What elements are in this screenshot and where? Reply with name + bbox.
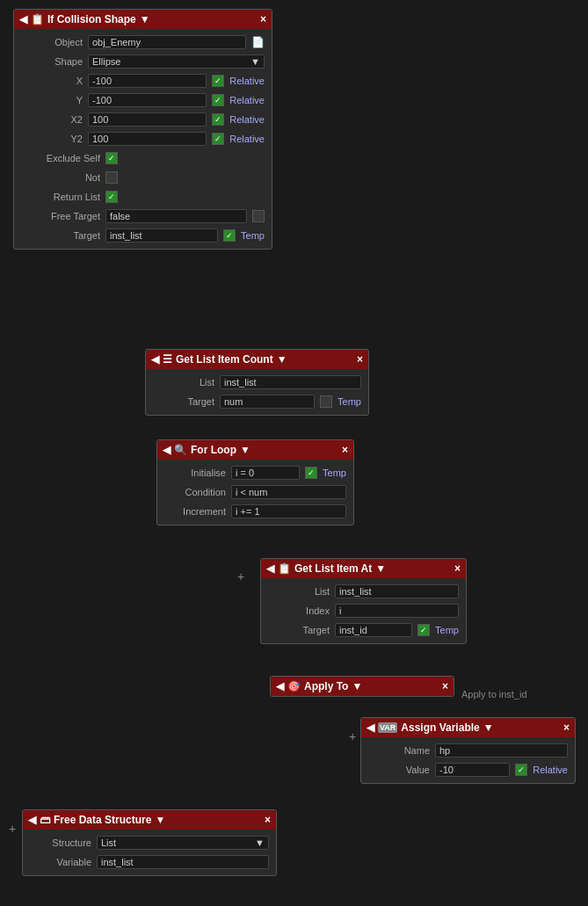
free-target-value[interactable]: false bbox=[105, 209, 247, 223]
free-target-row: Free Target false bbox=[14, 207, 272, 226]
collapse-arrow-icon6[interactable]: ◀ bbox=[367, 721, 374, 734]
target-value2[interactable]: num bbox=[220, 395, 315, 409]
variable-label: Variable bbox=[30, 857, 91, 867]
value-label: Value bbox=[368, 765, 430, 775]
dropdown-arrow-icon5[interactable]: ▼ bbox=[352, 680, 362, 692]
collapse-arrow-icon3[interactable]: ◀ bbox=[163, 444, 171, 456]
dropdown-arrow-icon6[interactable]: ▼ bbox=[483, 721, 494, 734]
plus-button-3[interactable]: + bbox=[9, 822, 16, 836]
dropdown-arrow-icon2[interactable]: ▼ bbox=[277, 353, 287, 366]
list-icon: ☰ bbox=[163, 353, 172, 366]
for-loop-title: For Loop bbox=[191, 444, 236, 456]
name-value[interactable]: hp bbox=[435, 743, 568, 757]
y2-row: Y2 100 ✓ Relative bbox=[14, 129, 272, 149]
y2-value[interactable]: 100 bbox=[88, 132, 207, 146]
get-list-item-at-title: Get List Item At bbox=[294, 562, 372, 575]
for-loop-node: ◀ 🔍 For Loop ▼ × Initialise i = 0 ✓ Temp… bbox=[156, 439, 354, 525]
name-label: Name bbox=[368, 745, 430, 756]
initialise-value[interactable]: i = 0 bbox=[231, 466, 300, 480]
target-value[interactable]: inst_list bbox=[105, 228, 218, 243]
collapse-arrow-icon7[interactable]: ◀ bbox=[28, 814, 36, 826]
list-row: List inst_list bbox=[146, 373, 368, 392]
y-value[interactable]: -100 bbox=[88, 93, 207, 107]
shape-dropdown-arrow-icon: ▼ bbox=[250, 56, 260, 67]
object-value[interactable]: obj_Enemy bbox=[88, 35, 246, 49]
close-icon6[interactable]: × bbox=[563, 721, 570, 734]
target-checkbox2[interactable] bbox=[320, 395, 332, 408]
plus-button-2[interactable]: + bbox=[349, 729, 356, 743]
return-list-label: Return List bbox=[21, 192, 100, 202]
condition-label: Condition bbox=[164, 487, 226, 497]
y-label: Y bbox=[21, 95, 83, 105]
plus-button-1[interactable]: + bbox=[237, 569, 244, 583]
if-collision-shape-title: If Collision Shape bbox=[47, 13, 136, 25]
target-checkbox3[interactable]: ✓ bbox=[417, 624, 430, 636]
not-checkbox[interactable] bbox=[105, 171, 118, 184]
close-icon[interactable]: × bbox=[260, 13, 266, 25]
shape-dropdown[interactable]: Ellipse ▼ bbox=[88, 54, 265, 69]
target-temp-label3: Temp bbox=[435, 625, 459, 635]
x-row: X -100 ✓ Relative bbox=[14, 71, 272, 91]
close-icon4[interactable]: × bbox=[454, 562, 461, 575]
condition-value[interactable]: i < num bbox=[231, 485, 346, 499]
collapse-arrow-icon[interactable]: ◀ bbox=[19, 13, 27, 25]
structure-dropdown[interactable]: List ▼ bbox=[97, 836, 269, 850]
x2-checkbox[interactable]: ✓ bbox=[212, 113, 224, 126]
index-row: Index i bbox=[261, 601, 466, 620]
x2-value[interactable]: 100 bbox=[88, 112, 207, 127]
exclude-self-row: Exclude Self ✓ bbox=[14, 149, 272, 168]
shape-label: Shape bbox=[21, 56, 83, 67]
close-icon2[interactable]: × bbox=[357, 353, 363, 366]
y-checkbox[interactable]: ✓ bbox=[212, 94, 224, 106]
close-icon3[interactable]: × bbox=[342, 444, 348, 456]
dropdown-arrow-icon[interactable]: ▼ bbox=[140, 13, 150, 25]
get-list-item-count-node: ◀ ☰ Get List Item Count ▼ × List inst_li… bbox=[145, 349, 369, 416]
assign-variable-title: Assign Variable bbox=[401, 721, 479, 734]
x-checkbox[interactable]: ✓ bbox=[212, 75, 224, 87]
increment-value[interactable]: i += 1 bbox=[231, 504, 346, 518]
return-list-checkbox[interactable]: ✓ bbox=[105, 191, 118, 203]
list-value[interactable]: inst_list bbox=[220, 375, 361, 389]
structure-row: Structure List ▼ bbox=[23, 833, 276, 852]
assign-value[interactable]: -10 bbox=[435, 763, 510, 777]
collapse-arrow-icon4[interactable]: ◀ bbox=[266, 562, 274, 575]
y2-checkbox[interactable]: ✓ bbox=[212, 133, 224, 145]
exclude-self-checkbox[interactable]: ✓ bbox=[105, 152, 118, 164]
close-icon5[interactable]: × bbox=[442, 680, 448, 692]
dropdown-arrow-icon7[interactable]: ▼ bbox=[155, 814, 165, 826]
shape-row: Shape Ellipse ▼ bbox=[14, 52, 272, 71]
list-label2: List bbox=[268, 586, 330, 597]
shape-value: Ellipse bbox=[92, 56, 120, 67]
variable-value[interactable]: inst_list bbox=[97, 855, 269, 869]
target-temp-label2: Temp bbox=[338, 396, 361, 407]
object-label: Object bbox=[21, 37, 83, 47]
y-relative-label: Relative bbox=[229, 95, 265, 105]
target-value3[interactable]: inst_id bbox=[335, 623, 412, 637]
close-icon7[interactable]: × bbox=[265, 814, 271, 826]
list-value2[interactable]: inst_list bbox=[335, 584, 459, 598]
collapse-arrow-icon5[interactable]: ◀ bbox=[276, 680, 284, 692]
x-value[interactable]: -100 bbox=[88, 74, 207, 88]
loop-icon: 🔍 bbox=[174, 444, 187, 456]
value-checkbox[interactable]: ✓ bbox=[515, 764, 527, 776]
free-data-structure-header: ◀ 🗃 Free Data Structure ▼ × bbox=[23, 810, 276, 830]
x-label: X bbox=[21, 76, 83, 86]
name-row: Name hp bbox=[361, 741, 575, 760]
x2-row: X2 100 ✓ Relative bbox=[14, 110, 272, 129]
dropdown-arrow-icon3[interactable]: ▼ bbox=[240, 444, 250, 456]
apply-to-subtitle: Apply to inst_id bbox=[461, 689, 527, 699]
free-target-checkbox[interactable] bbox=[252, 210, 265, 222]
target-checkbox[interactable]: ✓ bbox=[223, 229, 236, 242]
initialise-checkbox[interactable]: ✓ bbox=[305, 467, 317, 479]
apply-to-node: ◀ 🎯 Apply To ▼ × bbox=[270, 676, 454, 697]
if-collision-shape-node: ◀ 📋 If Collision Shape ▼ × Object obj_En… bbox=[13, 9, 272, 250]
index-value[interactable]: i bbox=[335, 604, 459, 618]
condition-row: Condition i < num bbox=[157, 482, 353, 502]
target-row3: Target inst_id ✓ Temp bbox=[261, 620, 466, 640]
for-loop-header: ◀ 🔍 For Loop ▼ × bbox=[157, 440, 353, 460]
initialise-label: Initialise bbox=[164, 467, 226, 478]
variable-row: Variable inst_list bbox=[23, 852, 276, 872]
apply-to-icon: 🎯 bbox=[287, 680, 301, 692]
collapse-arrow-icon2[interactable]: ◀ bbox=[151, 353, 159, 366]
dropdown-arrow-icon4[interactable]: ▼ bbox=[375, 562, 386, 575]
